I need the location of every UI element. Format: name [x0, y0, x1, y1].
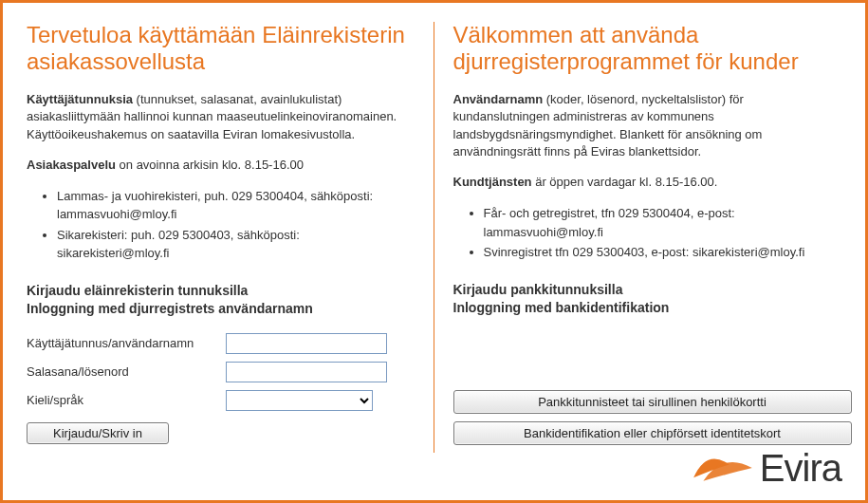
login-heading-sv-line1: Kirjaudu pankkitunnuksilla [453, 281, 842, 299]
row-username: Käyttäjätunnus/användarnamn [27, 333, 415, 354]
service-fi: Asiakaspalvelu on avoinna arkisin klo. 8… [27, 157, 415, 174]
login-heading-sv: Kirjaudu pankkitunnuksilla Inloggning me… [453, 281, 842, 317]
label-language: Kieli/språk [27, 393, 226, 407]
bank-buttons-container: Pankkitunnisteet tai sirullinen henkilök… [453, 390, 842, 445]
intro-fi: Käyttäjätunnuksia (tunnukset, salasanat,… [27, 91, 415, 143]
login-heading-fi-line2: Inloggning med djurregistrets användarna… [27, 300, 415, 318]
login-button[interactable]: Kirjaudu/Skriv in [27, 422, 169, 444]
logo-container: Evira [690, 445, 841, 491]
bank-id-button-sv[interactable]: Bankidentifikation eller chipförsett ide… [453, 421, 852, 445]
logo-text: Evira [760, 447, 841, 490]
service-sv: Kundtjänsten är öppen vardagar kl. 8.15-… [453, 174, 842, 191]
login-heading-sv-line2: Inloggning med bankidentifikation [453, 299, 842, 317]
right-column: Välkommen att använda djurregisterprogra… [434, 22, 842, 453]
service-fi-rest: on avoinna arkisin klo. 8.15-16.00 [116, 158, 304, 172]
service-fi-bold: Asiakaspalvelu [27, 158, 116, 172]
service-sv-rest: är öppen vardagar kl. 8.15-16.00. [532, 175, 718, 189]
evira-logo: Evira [690, 445, 841, 491]
intro-sv: Användarnamn (koder, lösenord, nyckeltal… [453, 91, 842, 160]
login-heading-fi: Kirjaudu eläinrekisterin tunnuksilla Inl… [27, 282, 415, 318]
label-username: Käyttäjätunnus/användarnamn [27, 336, 226, 350]
columns-container: Tervetuloa käyttämään Eläinrekisterin as… [27, 22, 841, 453]
heading-sv: Välkommen att använda djurregisterprogra… [453, 22, 842, 74]
contact-item-far: Får- och getregistret, tfn 029 5300404, … [484, 204, 842, 241]
heading-fi: Tervetuloa käyttämään Eläinrekisterin as… [27, 22, 415, 74]
intro-sv-bold: Användarnamn [453, 92, 544, 106]
bank-id-button-fi[interactable]: Pankkitunnisteet tai sirullinen henkilök… [453, 390, 852, 414]
row-language: Kieli/språk [27, 390, 415, 411]
left-column: Tervetuloa käyttämään Eläinrekisterin as… [27, 22, 434, 453]
contact-item-lammas: Lammas- ja vuohirekisteri, puh. 029 5300… [57, 187, 415, 224]
username-input[interactable] [226, 333, 387, 354]
contact-item-sika: Sikarekisteri: puh. 029 5300403, sähköpo… [57, 226, 415, 263]
login-heading-fi-line1: Kirjaudu eläinrekisterin tunnuksilla [27, 282, 415, 300]
evira-logo-icon [690, 445, 756, 491]
intro-fi-bold: Käyttäjätunnuksia [27, 92, 133, 106]
row-password: Salasana/lösenord [27, 362, 415, 382]
password-input[interactable] [226, 362, 387, 382]
contact-list-fi: Lammas- ja vuohirekisteri, puh. 029 5300… [57, 187, 415, 263]
contact-item-svin: Svinregistret tfn 029 5300403, e-post: s… [484, 243, 842, 262]
label-password: Salasana/lösenord [27, 364, 226, 379]
language-select[interactable] [226, 390, 373, 411]
main-frame: Tervetuloa käyttämään Eläinrekisterin as… [0, 0, 868, 503]
service-sv-bold: Kundtjänsten [453, 175, 532, 189]
contact-list-sv: Får- och getregistret, tfn 029 5300404, … [484, 204, 842, 262]
